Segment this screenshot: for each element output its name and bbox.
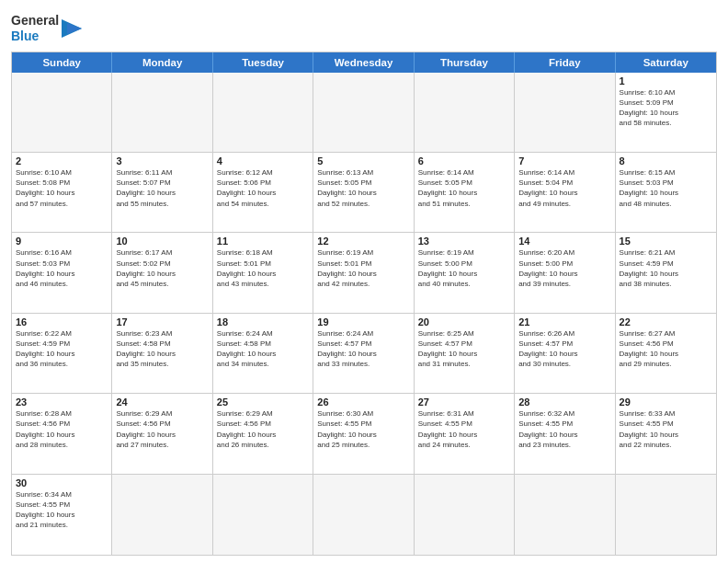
weekday-header-monday: Monday	[112, 52, 212, 73]
day-number: 28	[518, 396, 610, 408]
calendar-cell: 29Sunrise: 6:33 AM Sunset: 4:55 PM Dayli…	[616, 394, 716, 473]
calendar-cell: 5Sunrise: 6:13 AM Sunset: 5:05 PM Daylig…	[313, 153, 414, 232]
day-number: 11	[217, 236, 309, 247]
weekday-header-saturday: Saturday	[616, 52, 716, 73]
calendar-row-0: 1Sunrise: 6:10 AM Sunset: 5:09 PM Daylig…	[12, 73, 716, 153]
calendar-cell: 7Sunrise: 6:14 AM Sunset: 5:04 PM Daylig…	[515, 153, 615, 232]
day-number: 17	[116, 316, 208, 327]
day-number: 27	[418, 396, 510, 408]
day-number: 2	[16, 155, 108, 167]
day-info: Sunrise: 6:15 AM Sunset: 5:03 PM Dayligh…	[620, 167, 712, 209]
day-info: Sunrise: 6:23 AM Sunset: 4:58 PM Dayligh…	[116, 328, 208, 370]
calendar-cell: 17Sunrise: 6:23 AM Sunset: 4:58 PM Dayli…	[112, 314, 212, 393]
day-info: Sunrise: 6:10 AM Sunset: 5:08 PM Dayligh…	[16, 167, 108, 209]
calendar-cell: 26Sunrise: 6:30 AM Sunset: 4:55 PM Dayli…	[313, 394, 414, 473]
day-info: Sunrise: 6:24 AM Sunset: 4:58 PM Dayligh…	[217, 328, 309, 370]
calendar-cell: 2Sunrise: 6:10 AM Sunset: 5:08 PM Daylig…	[12, 153, 112, 232]
calendar-cell: 25Sunrise: 6:29 AM Sunset: 4:56 PM Dayli…	[213, 394, 313, 473]
calendar-cell: 12Sunrise: 6:19 AM Sunset: 5:01 PM Dayli…	[313, 233, 414, 312]
calendar: SundayMondayTuesdayWednesdayThursdayFrid…	[11, 52, 717, 556]
calendar-cell	[313, 475, 414, 555]
day-number: 23	[16, 396, 108, 408]
calendar-cell: 28Sunrise: 6:32 AM Sunset: 4:55 PM Dayli…	[515, 394, 615, 473]
day-info: Sunrise: 6:29 AM Sunset: 4:56 PM Dayligh…	[116, 408, 208, 450]
header: General Blue	[11, 9, 717, 44]
logo-text: General Blue	[11, 13, 59, 44]
day-number: 26	[317, 396, 409, 408]
calendar-cell	[112, 73, 212, 152]
day-number: 30	[16, 477, 108, 488]
day-number: 10	[116, 236, 208, 247]
calendar-header: SundayMondayTuesdayWednesdayThursdayFrid…	[12, 52, 716, 73]
calendar-cell	[515, 475, 615, 555]
logo: General Blue	[11, 13, 82, 44]
day-number: 24	[116, 396, 208, 408]
calendar-cell: 13Sunrise: 6:19 AM Sunset: 5:00 PM Dayli…	[415, 233, 515, 312]
calendar-cell	[12, 73, 112, 152]
day-number: 13	[418, 236, 510, 247]
calendar-cell: 4Sunrise: 6:12 AM Sunset: 5:06 PM Daylig…	[213, 153, 313, 232]
day-info: Sunrise: 6:16 AM Sunset: 5:03 PM Dayligh…	[16, 247, 108, 289]
calendar-cell	[213, 475, 313, 555]
day-number: 14	[518, 236, 610, 247]
logo-blue: Blue	[11, 29, 59, 44]
calendar-cell: 16Sunrise: 6:22 AM Sunset: 4:59 PM Dayli…	[12, 314, 112, 393]
day-number: 6	[418, 155, 510, 167]
day-number: 3	[116, 155, 208, 167]
day-number: 16	[16, 316, 108, 327]
weekday-header-thursday: Thursday	[415, 52, 515, 73]
calendar-cell	[313, 73, 414, 152]
day-number: 9	[16, 236, 108, 247]
calendar-cell: 20Sunrise: 6:25 AM Sunset: 4:57 PM Dayli…	[415, 314, 515, 393]
calendar-cell: 9Sunrise: 6:16 AM Sunset: 5:03 PM Daylig…	[12, 233, 112, 312]
day-info: Sunrise: 6:12 AM Sunset: 5:06 PM Dayligh…	[217, 167, 309, 209]
weekday-header-friday: Friday	[515, 52, 615, 73]
day-info: Sunrise: 6:19 AM Sunset: 5:01 PM Dayligh…	[317, 247, 409, 289]
day-info: Sunrise: 6:25 AM Sunset: 4:57 PM Dayligh…	[418, 328, 510, 370]
day-info: Sunrise: 6:11 AM Sunset: 5:07 PM Dayligh…	[116, 167, 208, 209]
day-number: 25	[217, 396, 309, 408]
calendar-cell: 10Sunrise: 6:17 AM Sunset: 5:02 PM Dayli…	[112, 233, 212, 312]
calendar-cell: 8Sunrise: 6:15 AM Sunset: 5:03 PM Daylig…	[616, 153, 716, 232]
weekday-header-sunday: Sunday	[12, 52, 112, 73]
day-info: Sunrise: 6:33 AM Sunset: 4:55 PM Dayligh…	[620, 408, 712, 450]
calendar-cell	[213, 73, 313, 152]
day-info: Sunrise: 6:14 AM Sunset: 5:05 PM Dayligh…	[418, 167, 510, 209]
calendar-cell: 22Sunrise: 6:27 AM Sunset: 4:56 PM Dayli…	[616, 314, 716, 393]
page: General Blue SundayMondayTuesdayWednesda…	[0, 0, 728, 563]
day-info: Sunrise: 6:17 AM Sunset: 5:02 PM Dayligh…	[116, 247, 208, 289]
day-info: Sunrise: 6:31 AM Sunset: 4:55 PM Dayligh…	[418, 408, 510, 450]
day-info: Sunrise: 6:19 AM Sunset: 5:00 PM Dayligh…	[418, 247, 510, 289]
calendar-cell	[415, 73, 515, 152]
day-number: 8	[620, 155, 712, 167]
svg-marker-1	[67, 23, 82, 34]
calendar-cell	[415, 475, 515, 555]
weekday-header-wednesday: Wednesday	[313, 52, 414, 73]
day-info: Sunrise: 6:21 AM Sunset: 4:59 PM Dayligh…	[620, 247, 712, 289]
calendar-cell: 21Sunrise: 6:26 AM Sunset: 4:57 PM Dayli…	[515, 314, 615, 393]
calendar-row-4: 23Sunrise: 6:28 AM Sunset: 4:56 PM Dayli…	[12, 394, 716, 474]
calendar-cell: 3Sunrise: 6:11 AM Sunset: 5:07 PM Daylig…	[112, 153, 212, 232]
logo-general: General	[11, 13, 59, 29]
day-info: Sunrise: 6:10 AM Sunset: 5:09 PM Dayligh…	[620, 87, 712, 129]
calendar-cell: 11Sunrise: 6:18 AM Sunset: 5:01 PM Dayli…	[213, 233, 313, 312]
calendar-cell: 15Sunrise: 6:21 AM Sunset: 4:59 PM Dayli…	[616, 233, 716, 312]
day-info: Sunrise: 6:28 AM Sunset: 4:56 PM Dayligh…	[16, 408, 108, 450]
calendar-cell: 24Sunrise: 6:29 AM Sunset: 4:56 PM Dayli…	[112, 394, 212, 473]
day-info: Sunrise: 6:22 AM Sunset: 4:59 PM Dayligh…	[16, 328, 108, 370]
day-number: 1	[620, 75, 712, 86]
calendar-cell: 1Sunrise: 6:10 AM Sunset: 5:09 PM Daylig…	[616, 73, 716, 152]
calendar-cell: 30Sunrise: 6:34 AM Sunset: 4:55 PM Dayli…	[12, 475, 112, 555]
day-number: 7	[518, 155, 610, 167]
logo-area: General Blue	[11, 9, 82, 44]
logo-icon	[62, 16, 82, 41]
day-info: Sunrise: 6:14 AM Sunset: 5:04 PM Dayligh…	[518, 167, 610, 209]
calendar-cell: 27Sunrise: 6:31 AM Sunset: 4:55 PM Dayli…	[415, 394, 515, 473]
calendar-cell: 19Sunrise: 6:24 AM Sunset: 4:57 PM Dayli…	[313, 314, 414, 393]
day-info: Sunrise: 6:24 AM Sunset: 4:57 PM Dayligh…	[317, 328, 409, 370]
calendar-cell	[515, 73, 615, 152]
day-number: 21	[518, 316, 610, 327]
day-info: Sunrise: 6:26 AM Sunset: 4:57 PM Dayligh…	[518, 328, 610, 370]
weekday-header-tuesday: Tuesday	[213, 52, 313, 73]
calendar-row-3: 16Sunrise: 6:22 AM Sunset: 4:59 PM Dayli…	[12, 314, 716, 394]
